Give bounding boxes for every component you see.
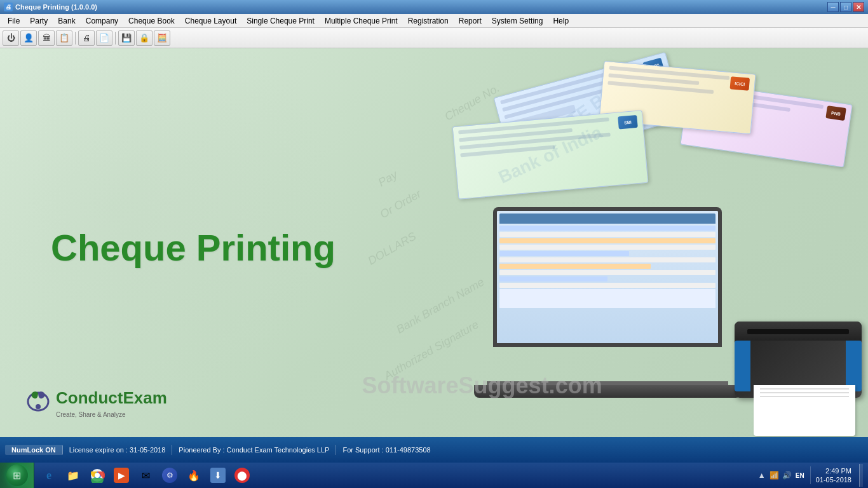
cheque-logo-3: SBI xyxy=(618,115,638,130)
screen-row xyxy=(499,251,629,256)
menu-company[interactable]: Company xyxy=(81,15,123,27)
video-icon: ▶ xyxy=(114,468,129,483)
minimize-button[interactable]: ─ xyxy=(827,2,839,12)
tray-separator xyxy=(810,466,811,484)
system-tray: ▲ 📶 🔊 EN xyxy=(757,470,805,480)
main-content: Cheque No. Client No. Pay January 10, 20… xyxy=(0,48,868,437)
screen-row xyxy=(499,289,715,308)
screen-row xyxy=(499,257,715,262)
logo-tagline: Create, Share & Analyze xyxy=(56,411,167,418)
screen-row xyxy=(499,276,607,281)
toolbar-doc-btn[interactable]: 📄 xyxy=(96,30,112,46)
logo-text: ConductExam xyxy=(56,388,167,408)
conductexam-logo-icon xyxy=(25,384,51,412)
taskbar-mail[interactable]: ✉ xyxy=(134,464,157,487)
taskbar-chrome[interactable] xyxy=(86,464,109,487)
close-button[interactable]: ✕ xyxy=(853,2,864,12)
screen-row xyxy=(499,270,715,275)
taskbar-right: ▲ 📶 🔊 EN 2:49 PM 01-05-2018 xyxy=(752,463,868,488)
printer-blue-accent-left xyxy=(735,341,750,391)
app-icon: 🖨 xyxy=(4,3,13,11)
printer-top xyxy=(735,322,862,341)
printer-slot xyxy=(747,329,849,334)
menubar: File Party Bank Company Cheque Book Cheq… xyxy=(0,14,868,28)
menu-multiplecheque[interactable]: Multiple Cheque Print xyxy=(320,15,403,27)
screen-row xyxy=(499,238,715,243)
toolbar-lock-btn[interactable]: 🔒 xyxy=(136,30,153,46)
toolbar-save-btn[interactable]: 💾 xyxy=(118,30,135,46)
ie-icon: e xyxy=(41,468,57,483)
menu-file[interactable]: File xyxy=(3,15,25,27)
screen-row xyxy=(499,245,715,250)
mail-icon: ✉ xyxy=(138,468,153,483)
logo-conduct: Conduct xyxy=(56,388,123,407)
toolbar-bank-btn[interactable]: 🏛 xyxy=(38,30,55,46)
screen-row xyxy=(499,264,651,269)
toolbar-calc-btn[interactable]: 🧮 xyxy=(154,30,170,46)
printer xyxy=(722,296,862,423)
cheque-logo-2: ICICI xyxy=(729,76,750,91)
taskbar-app9[interactable]: ⬤ xyxy=(231,464,254,487)
taskbar-explorer[interactable]: 📁 xyxy=(62,464,85,487)
app6-icon: ⚙ xyxy=(162,468,177,483)
taskbar-video[interactable]: ▶ xyxy=(110,464,133,487)
menu-bank[interactable]: Bank xyxy=(53,15,80,27)
printer-paper xyxy=(754,385,855,436)
menu-party[interactable]: Party xyxy=(25,15,53,27)
softwaresuggest-watermark: SoftwareSuggest.com xyxy=(362,372,602,399)
toolbar-sep1 xyxy=(75,32,76,44)
cheque-card-3: SBI Bank of India xyxy=(452,110,649,200)
statusbar-numlock: NumLock ON xyxy=(5,445,63,455)
titlebar-left: 🖨 Cheque Printing (1.0.0.0) xyxy=(4,3,97,11)
laptop-screen-content xyxy=(497,211,718,343)
screen-row xyxy=(499,232,715,237)
menu-systemsetting[interactable]: System Setting xyxy=(487,15,548,27)
statusbar: NumLock ON License expire on : 31-05-201… xyxy=(0,437,868,463)
taskbar-download[interactable]: ⬇ xyxy=(207,464,229,487)
toolbar-clip-btn[interactable]: 📋 xyxy=(56,30,72,46)
cheque-logo-4: PNB xyxy=(825,105,846,121)
statusbar-support: For Support : 011-49873508 xyxy=(336,445,437,455)
titlebar: 🖨 Cheque Printing (1.0.0.0) ─ □ ✕ xyxy=(0,0,868,14)
menu-chequebook[interactable]: Cheque Book xyxy=(123,15,180,27)
toolbar-user-btn[interactable]: 👤 xyxy=(20,30,37,46)
taskbar-ie[interactable]: e xyxy=(37,464,60,487)
logo-area: ConductExam Create, Share & Analyze xyxy=(25,384,167,418)
svg-point-4 xyxy=(95,473,100,478)
logo-image: ConductExam xyxy=(25,384,167,412)
laptop-screen xyxy=(493,207,722,347)
tray-volume[interactable]: 🔊 xyxy=(782,470,792,480)
maximize-button[interactable]: □ xyxy=(840,2,851,12)
clock[interactable]: 2:49 PM 01-05-2018 xyxy=(816,466,851,485)
toolbar: ⏻ 👤 🏛 📋 🖨 📄 💾 🔒 🧮 xyxy=(0,28,868,48)
tray-up-arrow[interactable]: ▲ xyxy=(757,470,767,480)
app-title-main: Cheque Printing xyxy=(51,226,336,269)
statusbar-pioneer: Pioneered By : Conduct Exam Technologies… xyxy=(172,445,336,455)
show-desktop-button[interactable] xyxy=(859,464,863,487)
toolbar-print-btn[interactable]: 🖨 xyxy=(78,30,95,46)
download-icon: ⬇ xyxy=(210,468,226,483)
laptop xyxy=(474,207,741,398)
toolbar-sep2 xyxy=(115,32,116,44)
clock-date: 01-05-2018 xyxy=(816,475,851,484)
taskbar: e 📁 ▶ ✉ xyxy=(0,463,868,488)
tray-network[interactable]: 📶 xyxy=(770,470,780,480)
clock-time: 2:49 PM xyxy=(825,466,851,475)
taskbar-firefox[interactable]: 🔥 xyxy=(182,464,205,487)
start-orb[interactable] xyxy=(6,464,28,486)
printer-body xyxy=(735,322,862,398)
taskbar-app6[interactable]: ⚙ xyxy=(158,464,181,487)
menu-help[interactable]: Help xyxy=(548,15,574,27)
toolbar-power-btn[interactable]: ⏻ xyxy=(3,30,19,46)
tray-lang[interactable]: EN xyxy=(795,470,805,480)
taskbar-apps: e 📁 ▶ ✉ xyxy=(34,463,752,488)
menu-singlecheque[interactable]: Single Cheque Print xyxy=(241,15,320,27)
statusbar-license: License expire on : 31-05-2018 xyxy=(63,445,173,455)
menu-registration[interactable]: Registration xyxy=(403,15,454,27)
screen-row xyxy=(499,283,715,288)
menu-chequelayout[interactable]: Cheque Layout xyxy=(180,15,241,27)
app9-icon: ⬤ xyxy=(234,468,250,483)
titlebar-controls: ─ □ ✕ xyxy=(827,2,864,12)
start-button[interactable] xyxy=(0,463,34,488)
menu-report[interactable]: Report xyxy=(454,15,487,27)
